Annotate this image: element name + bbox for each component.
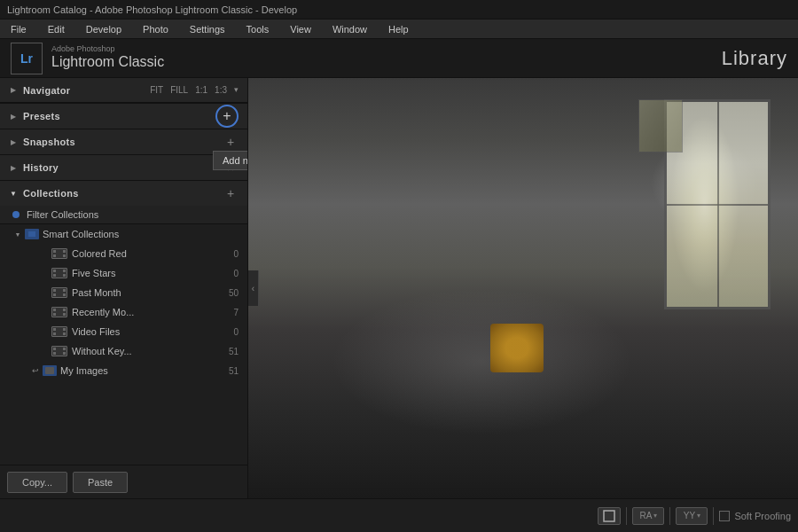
- yy-tool-button[interactable]: YY ▾: [676, 507, 708, 525]
- snapshots-title: Snapshots: [23, 137, 223, 147]
- snapshots-actions: +: [223, 134, 239, 150]
- presets-section: ▶ Presets + Add new Presets: [0, 104, 247, 129]
- navigator-title: Navigator: [23, 85, 150, 96]
- smart-collections-folder-icon: [25, 229, 39, 239]
- left-collapse-arrow[interactable]: ‹: [248, 270, 259, 306]
- snapshots-section: ▶ Snapshots +: [0, 129, 247, 155]
- my-images-collection[interactable]: ▶ ↩ My Images 51: [0, 361, 247, 380]
- video-files-icon: [51, 326, 67, 337]
- collection-without-keywords[interactable]: ▶ Without Key... 51: [0, 341, 247, 361]
- past-month-icon: [51, 287, 67, 298]
- menu-help[interactable]: Help: [385, 22, 412, 36]
- content-area: ‹: [248, 78, 798, 498]
- without-keywords-icon: [51, 346, 67, 356]
- video-files-label: Video Files: [72, 326, 233, 337]
- five-stars-label: Five Stars: [72, 268, 233, 278]
- five-stars-icon: [51, 268, 67, 278]
- recently-modified-label: Recently Mo...: [72, 307, 233, 317]
- add-snapshot-button[interactable]: +: [223, 134, 239, 150]
- zoom-1-1[interactable]: 1:1: [195, 85, 207, 95]
- yellow-pillow: [490, 324, 544, 372]
- bottom-right-tools: RA ▾ YY ▾ Soft Proofing: [598, 507, 791, 525]
- colored-red-label: Colored Red: [72, 248, 233, 259]
- soft-proofing-label: Soft Proofing: [734, 511, 791, 521]
- collection-recently-modified[interactable]: ▶ Recently Mo... 7: [0, 302, 247, 322]
- presets-arrow: ▶: [9, 112, 18, 121]
- collection-video-files[interactable]: ▶ Video Files 0: [0, 322, 247, 341]
- lr-title-block: Adobe Photoshop Lightroom Classic: [51, 45, 164, 70]
- presets-actions: +: [215, 105, 239, 128]
- ra-label: RA: [639, 511, 652, 520]
- past-month-label: Past Month: [72, 287, 229, 298]
- recently-modified-count: 7: [233, 308, 247, 317]
- soft-proofing-toggle[interactable]: Soft Proofing: [719, 511, 791, 521]
- five-stars-count: 0: [233, 269, 247, 278]
- paste-button[interactable]: Paste: [73, 472, 128, 493]
- collection-five-stars[interactable]: ▶ Five Stars 0: [0, 263, 247, 283]
- collections-header[interactable]: ▼ Collections +: [0, 181, 247, 206]
- zoom-1-3[interactable]: 1:3: [215, 85, 227, 95]
- yy-dropdown-arrow[interactable]: ▾: [697, 512, 700, 520]
- menu-window[interactable]: Window: [329, 22, 371, 36]
- history-title: History: [23, 162, 223, 173]
- module-label: Library: [722, 47, 787, 70]
- add-preset-button[interactable]: +: [215, 105, 239, 128]
- menu-file[interactable]: File: [7, 22, 30, 36]
- filter-collections-row[interactable]: Filter Collections: [0, 206, 247, 224]
- yy-label: YY: [684, 511, 695, 520]
- bedroom-photo: [248, 78, 798, 498]
- left-panel: ▶ Navigator FIT FILL 1:1 1:3 ▾ ▶ Presets…: [0, 78, 248, 498]
- my-images-label: My Images: [60, 365, 229, 376]
- window-divider-h: [667, 204, 768, 206]
- separator-2: [669, 507, 670, 525]
- ra-dropdown-arrow[interactable]: ▾: [653, 512, 657, 520]
- snapshots-arrow: ▶: [9, 137, 18, 146]
- history-arrow: ▶: [9, 163, 18, 172]
- title-bar: Lightroom Catalog - Adobe Photoshop Ligh…: [0, 0, 798, 20]
- my-images-folder-icon: [43, 365, 57, 376]
- bed-highlight: [331, 288, 633, 435]
- svg-rect-3: [604, 511, 614, 521]
- zoom-dropdown-arrow[interactable]: ▾: [234, 85, 239, 95]
- zoom-fill[interactable]: FILL: [170, 85, 188, 95]
- menu-settings[interactable]: Settings: [186, 22, 229, 36]
- copy-button[interactable]: Copy...: [7, 472, 67, 493]
- collection-colored-red[interactable]: ▶ Colored Red 0: [0, 244, 247, 263]
- close-history-button[interactable]: ×: [223, 160, 239, 176]
- snapshots-header[interactable]: ▶ Snapshots +: [0, 129, 247, 154]
- colored-red-icon: [51, 248, 67, 259]
- collections-title: Collections: [23, 188, 223, 199]
- menu-view[interactable]: View: [286, 22, 315, 36]
- my-images-count: 51: [229, 366, 247, 376]
- history-header[interactable]: ▶ History ×: [0, 155, 247, 180]
- add-collection-button[interactable]: +: [223, 185, 239, 201]
- smart-collections-group[interactable]: ▼ Smart Collections: [0, 224, 247, 244]
- menu-tools[interactable]: Tools: [243, 22, 273, 36]
- main-layout: ▶ Navigator FIT FILL 1:1 1:3 ▾ ▶ Presets…: [0, 78, 798, 498]
- my-images-nav-icon: ↩: [32, 366, 39, 375]
- video-files-count: 0: [233, 327, 247, 337]
- menu-bar: File Edit Develop Photo Settings Tools V…: [0, 20, 798, 39]
- app-bar: Lr Adobe Photoshop Lightroom Classic Lib…: [0, 39, 798, 78]
- navigator-section: ▶ Navigator FIT FILL 1:1 1:3 ▾: [0, 78, 247, 104]
- lr-title: Lightroom Classic: [51, 53, 164, 70]
- collections-panel: ▼ Collections + Filter Collections ▼ Sma…: [0, 181, 247, 465]
- filter-dot-icon: [12, 211, 20, 218]
- menu-photo[interactable]: Photo: [139, 22, 172, 36]
- soft-proofing-checkbox[interactable]: [719, 511, 730, 521]
- bottom-bar: RA ▾ YY ▾ Soft Proofing: [0, 498, 798, 532]
- collection-past-month[interactable]: ▶ Past Month 50: [0, 283, 247, 302]
- separator-1: [626, 507, 627, 525]
- presets-header[interactable]: ▶ Presets +: [0, 104, 247, 129]
- navigator-header[interactable]: ▶ Navigator FIT FILL 1:1 1:3 ▾: [0, 78, 247, 103]
- zoom-fit[interactable]: FIT: [150, 85, 163, 95]
- filter-collections-label: Filter Collections: [27, 209, 98, 220]
- menu-develop[interactable]: Develop: [82, 22, 125, 36]
- lr-logo: Lr: [11, 43, 43, 74]
- svg-rect-1: [28, 231, 35, 237]
- past-month-count: 50: [229, 288, 247, 298]
- ra-tool-button[interactable]: RA ▾: [632, 507, 664, 525]
- crop-tool-button[interactable]: [598, 507, 621, 525]
- presets-title: Presets: [23, 111, 215, 121]
- menu-edit[interactable]: Edit: [44, 22, 68, 36]
